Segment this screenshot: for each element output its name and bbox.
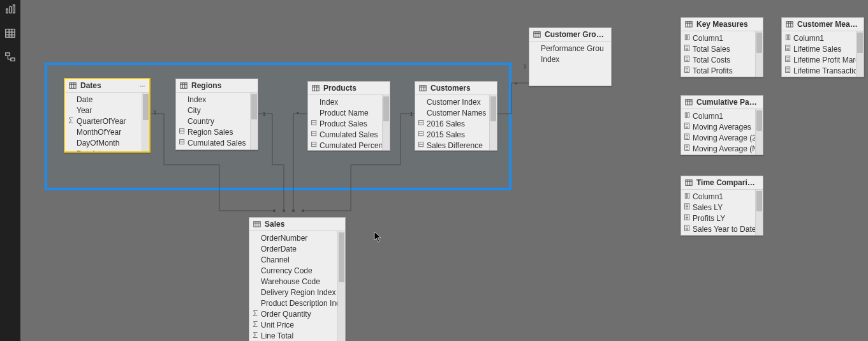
field-item[interactable]: Index bbox=[529, 54, 603, 64]
table-regions[interactable]: RegionsIndexCityCountryRegion SalesCumul… bbox=[175, 79, 258, 150]
scrollbar-thumb[interactable] bbox=[756, 33, 762, 53]
field-item[interactable]: Product Sales bbox=[308, 118, 382, 129]
table-header[interactable]: Time Comparison bbox=[681, 176, 763, 190]
sigma-icon bbox=[251, 320, 259, 328]
field-item[interactable]: Sales Year to Date bbox=[681, 224, 755, 234]
scrollbar-thumb[interactable] bbox=[251, 94, 257, 119]
scrollbar-thumb[interactable] bbox=[756, 191, 762, 211]
scrollbar[interactable] bbox=[337, 231, 345, 341]
field-item[interactable]: Product Name bbox=[308, 107, 382, 118]
report-view-button[interactable] bbox=[4, 3, 17, 15]
field-item[interactable]: Column1 bbox=[681, 110, 755, 121]
field-item[interactable]: Lifetime Sales bbox=[782, 43, 856, 54]
svg-rect-9 bbox=[11, 58, 15, 61]
table-header[interactable]: Products bbox=[308, 82, 390, 95]
table-header[interactable]: Sales bbox=[249, 218, 345, 231]
field-item[interactable]: Cumulated Sales bbox=[308, 129, 382, 140]
table-dates[interactable]: DatesDateYearQuarterOfYearMonthOfYearDay… bbox=[64, 78, 151, 153]
field-item[interactable]: MonthOfYear bbox=[65, 126, 142, 137]
field-item[interactable]: Delivery Region Index bbox=[249, 287, 337, 298]
table-header[interactable]: Dates bbox=[65, 79, 149, 93]
table-cumpat[interactable]: Cumulative PatternsColumn1Moving Average… bbox=[680, 95, 763, 155]
field-item[interactable]: Total Sales bbox=[681, 43, 755, 54]
field-item[interactable]: Column1 bbox=[681, 33, 755, 43]
field-item[interactable]: Index bbox=[308, 96, 382, 107]
field-item[interactable]: Index bbox=[176, 94, 250, 105]
table-body: Column1Total SalesTotal CostsTotal Profi… bbox=[681, 31, 763, 77]
field-label: Year bbox=[77, 106, 92, 115]
field-item[interactable]: Customer Index bbox=[415, 96, 489, 107]
relationship-cardinality: 1 bbox=[261, 110, 267, 117]
field-item[interactable]: Total Profits bbox=[681, 65, 755, 76]
field-item[interactable]: 2016 Sales bbox=[415, 118, 489, 129]
field-item[interactable]: OrderDate bbox=[249, 243, 337, 254]
field-item[interactable]: Cumulated Percenta bbox=[176, 148, 250, 149]
scrollbar-thumb[interactable] bbox=[756, 110, 762, 131]
field-item[interactable]: Region Sales bbox=[176, 126, 250, 137]
field-item[interactable]: Year bbox=[65, 105, 142, 116]
scrollbar[interactable] bbox=[755, 190, 763, 235]
scrollbar[interactable] bbox=[755, 109, 763, 155]
field-item[interactable]: Unit Price bbox=[249, 319, 337, 330]
scrollbar-thumb[interactable] bbox=[143, 94, 149, 120]
table-header[interactable]: Regions bbox=[176, 79, 258, 93]
field-item[interactable]: Line Total bbox=[249, 330, 337, 341]
scrollbar[interactable] bbox=[142, 93, 149, 151]
field-item[interactable]: Cumulated Sales bbox=[176, 137, 250, 148]
scrollbar-thumb[interactable] bbox=[857, 33, 863, 53]
table-custmeasures[interactable]: Customer MeasuresColumn1Lifetime SalesLi… bbox=[781, 17, 864, 77]
field-item[interactable]: Channel bbox=[249, 254, 337, 265]
field-item[interactable]: Sales LY bbox=[681, 202, 755, 213]
field-item[interactable]: DateInt bbox=[65, 148, 142, 151]
scrollbar[interactable] bbox=[382, 95, 390, 150]
field-item[interactable]: Profits LY bbox=[681, 213, 755, 224]
field-item[interactable]: Lifetime Profit Margi bbox=[782, 54, 856, 65]
field-item[interactable]: Order Quantity bbox=[249, 308, 337, 319]
table-customers[interactable]: CustomersCustomer IndexCustomer Names201… bbox=[415, 81, 497, 151]
field-item[interactable]: Customer Names bbox=[415, 107, 489, 118]
field-item[interactable]: QuarterOfYear bbox=[65, 116, 142, 126]
field-item[interactable]: 2015 Sales bbox=[415, 129, 489, 140]
field-item[interactable]: City bbox=[176, 105, 250, 116]
field-item[interactable]: Moving Averages bbox=[681, 121, 755, 132]
field-item[interactable]: Warehouse Code bbox=[249, 276, 337, 287]
field-item[interactable]: Sales Difference bbox=[415, 140, 489, 150]
table-header[interactable]: Customer Measures bbox=[782, 18, 864, 31]
table-timecomp[interactable]: Time ComparisonColumn1Sales LYProfits LY… bbox=[680, 176, 763, 236]
data-view-button[interactable] bbox=[4, 27, 17, 40]
field-item[interactable]: Product Description Index bbox=[249, 298, 337, 308]
field-item[interactable]: Column1 bbox=[782, 33, 856, 43]
scrollbar[interactable] bbox=[755, 31, 763, 77]
scrollbar[interactable] bbox=[856, 31, 864, 77]
field-item[interactable]: Moving Average (2) bbox=[681, 132, 755, 143]
table-header[interactable]: Cumulative Patterns bbox=[681, 96, 763, 109]
scrollbar-thumb[interactable] bbox=[339, 232, 344, 282]
model-view-button[interactable] bbox=[4, 51, 17, 64]
table-header[interactable]: Key Measures bbox=[681, 18, 763, 31]
field-item[interactable]: Column1 bbox=[681, 191, 755, 202]
table-header[interactable]: Customer Grouping bbox=[529, 28, 611, 42]
field-item[interactable]: Performance Group bbox=[529, 43, 603, 54]
field-item[interactable]: Date bbox=[65, 94, 142, 105]
scrollbar-thumb[interactable] bbox=[383, 96, 389, 121]
field-item[interactable]: Cumulated Percenta bbox=[308, 140, 382, 150]
field-item[interactable]: Country bbox=[176, 116, 250, 126]
table-keymeasures[interactable]: Key MeasuresColumn1Total SalesTotal Cost… bbox=[680, 17, 763, 77]
scrollbar[interactable] bbox=[489, 95, 497, 150]
field-item[interactable]: OrderNumber bbox=[249, 232, 337, 243]
field-item[interactable]: Total Costs bbox=[681, 54, 755, 65]
table-menu-icon[interactable] bbox=[139, 82, 145, 89]
field-item[interactable]: Currency Code bbox=[249, 265, 337, 276]
table-sales[interactable]: SalesOrderNumberOrderDateChannelCurrency… bbox=[249, 217, 346, 341]
column-icon bbox=[784, 33, 791, 41]
scrollbar-thumb[interactable] bbox=[490, 96, 496, 121]
field-item[interactable]: Total Transactions bbox=[681, 76, 755, 77]
field-item[interactable]: DayOfMonth bbox=[65, 137, 142, 148]
field-item[interactable]: Moving Average (No bbox=[681, 143, 755, 154]
table-custgroup[interactable]: Customer GroupingPerformance GroupIndex bbox=[529, 27, 612, 86]
model-canvas[interactable]: DatesDateYearQuarterOfYearMonthOfYearDay… bbox=[20, 0, 868, 341]
table-products[interactable]: ProductsIndexProduct NameProduct SalesCu… bbox=[307, 81, 390, 151]
scrollbar[interactable] bbox=[250, 93, 258, 149]
table-header[interactable]: Customers bbox=[415, 82, 497, 95]
field-item[interactable]: Lifetime Transactions bbox=[782, 65, 856, 76]
